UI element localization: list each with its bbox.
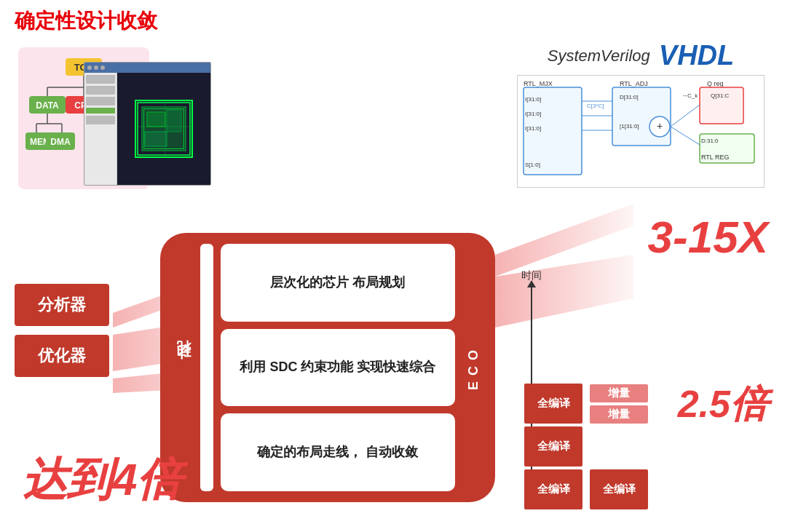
vhdl-label: VHDL bbox=[659, 40, 734, 71]
bar-cell-2-2: 增量 bbox=[590, 405, 648, 424]
svg-text:I[31:0]: I[31:0] bbox=[525, 96, 541, 103]
multiplier-bottom-right: 2.5倍 bbox=[678, 379, 768, 430]
svg-text:DMA: DMA bbox=[50, 137, 71, 147]
svg-line-53 bbox=[671, 127, 700, 145]
svg-text:RTL_MJX: RTL_MJX bbox=[524, 80, 553, 87]
svg-text:RTL REG: RTL REG bbox=[701, 154, 730, 161]
feature-box-3: 确定的布局走线， 自动收敛 bbox=[221, 413, 455, 491]
svg-text:RTL_ADJ: RTL_ADJ bbox=[620, 80, 648, 87]
svg-rect-26 bbox=[138, 103, 190, 155]
svg-text:C[3*C]: C[3*C] bbox=[587, 103, 604, 109]
feature-content-boxes: 层次化的芯片 布局规划 利用 SDC 约束功能 实现快速综合 确定的布局走线， … bbox=[221, 244, 455, 491]
analyzer-button[interactable]: 分析器 bbox=[15, 284, 109, 326]
svg-text:+: + bbox=[657, 120, 663, 132]
svg-text:Q[31:C: Q[31:C bbox=[711, 92, 730, 99]
multiplier-bottom-left: 达到4倍 bbox=[22, 449, 182, 510]
hierarchy-area: TOP DATA CPU CNTRL MEM bbox=[11, 40, 215, 215]
bar-cell-2-1: 增量 bbox=[590, 384, 648, 402]
bar-column-2: 增量 增量 全编译 bbox=[590, 335, 648, 509]
svg-text:S[1:0]: S[1:0] bbox=[525, 162, 540, 168]
svg-text:D[31:0]: D[31:0] bbox=[620, 94, 639, 100]
svg-text:I[31:0]: I[31:0] bbox=[525, 125, 541, 132]
feature-box-2: 利用 SDC 约束功能 实现快速综合 bbox=[221, 329, 455, 407]
svg-marker-3 bbox=[495, 204, 633, 277]
svg-rect-30 bbox=[145, 132, 167, 146]
svg-text:I[31:0]: I[31:0] bbox=[525, 111, 541, 117]
inner-bar bbox=[200, 244, 213, 491]
eco-label-container: ECO bbox=[462, 244, 484, 491]
systemverilog-label: SystemVerilog bbox=[548, 47, 650, 65]
eda-screenshot bbox=[84, 62, 211, 186]
svg-text:Q reg: Q reg bbox=[707, 80, 724, 87]
svg-text:DATA: DATA bbox=[36, 100, 59, 111]
page-title: 确定性设计收敛 bbox=[15, 7, 157, 35]
bar-cell-2-3: 全编译 bbox=[590, 469, 648, 509]
main-feature-box: 功耗 层次化的芯片 布局规划 利用 SDC 约束功能 实现快速综合 确定的布局走… bbox=[160, 233, 495, 502]
svg-rect-28 bbox=[147, 112, 165, 127]
optimizer-button[interactable]: 优化器 bbox=[15, 335, 109, 377]
bar-cell-1-2: 全编译 bbox=[524, 426, 582, 467]
svg-line-52 bbox=[671, 105, 700, 127]
svg-text:D:31:0: D:31:0 bbox=[701, 138, 719, 144]
sv-vhdl-area: SystemVerilog VHDL RTL_MJX I[31:0] I[31:… bbox=[502, 40, 779, 191]
eco-label: ECO bbox=[466, 344, 481, 390]
bar-cell-1-3: 全编译 bbox=[524, 469, 582, 509]
multiplier-top: 3-15X bbox=[648, 211, 768, 263]
feature-box-1: 层次化的芯片 布局规划 bbox=[221, 244, 455, 322]
left-buttons-area: 分析器 优化器 bbox=[15, 284, 109, 377]
svg-text:→C_k: →C_k bbox=[682, 92, 698, 99]
svg-rect-27 bbox=[142, 107, 186, 151]
svg-text:[1[31:0]: [1[31:0] bbox=[620, 123, 639, 130]
bar-cell-1-1: 全编译 bbox=[524, 384, 582, 424]
rtl-diagram: RTL_MJX I[31:0] I[31:0] I[31:0] S[1:0] R… bbox=[517, 75, 765, 188]
bar-column-1: 全编译 全编译 全编译 bbox=[524, 335, 582, 509]
svg-rect-29 bbox=[167, 110, 181, 132]
power-label: 功耗 bbox=[173, 363, 192, 372]
